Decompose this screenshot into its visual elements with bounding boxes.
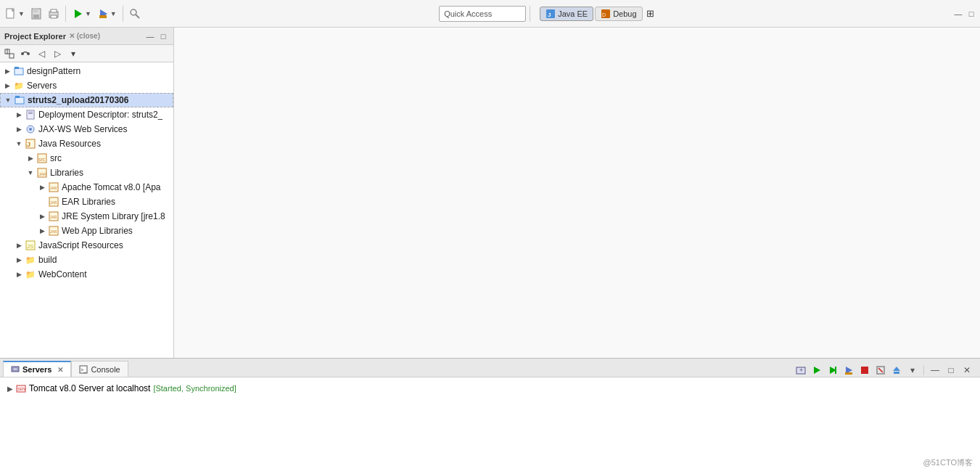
tab-console[interactable]: >_ Console xyxy=(71,361,128,377)
expander-jresystem: ▶ xyxy=(38,212,46,221)
servers-menu-btn[interactable]: ▾ xyxy=(905,364,920,377)
servers-icon xyxy=(11,365,20,374)
servers-debug-btn[interactable] xyxy=(841,364,856,377)
tree-item-designPattern[interactable]: ▶ designPattern xyxy=(0,64,173,78)
expander-src: ▶ xyxy=(26,154,35,163)
expander-servers: ▶ xyxy=(3,81,12,90)
svg-text:SRV: SRV xyxy=(17,387,26,391)
servers-run-btn[interactable] xyxy=(825,364,840,377)
toolbar-print-btn[interactable] xyxy=(46,7,62,21)
quick-access-input[interactable]: Quick Access xyxy=(439,6,526,22)
tree-item-jresystem[interactable]: ▶ JAR JRE System Library [jre1.8 xyxy=(0,209,173,224)
label-deployment: Deployment Descriptor: struts2_ xyxy=(38,110,162,120)
svg-rect-17 xyxy=(9,54,14,58)
panel-maximize-btn[interactable]: □ xyxy=(157,30,169,42)
tree-item-tomcat[interactable]: ▶ JAR Apache Tomcat v8.0 [Apa xyxy=(0,180,173,195)
svg-rect-21 xyxy=(15,68,23,75)
tab-servers[interactable]: Servers ✕ xyxy=(3,361,71,377)
icon-libraries: JAR xyxy=(36,167,48,179)
servers-start-btn[interactable] xyxy=(810,364,824,377)
bottom-maximize-btn[interactable]: □ xyxy=(944,364,958,377)
toolbar-debug-btn[interactable]: ▼ xyxy=(95,7,119,21)
icon-tomcat-lib: JAR xyxy=(48,181,59,193)
tree-item-jsresources[interactable]: ▶ JS JavaScript Resources xyxy=(0,238,173,253)
main-layout: Project Explorer ✕ (close) — □ ◁ ▷ ▾ xyxy=(0,28,980,474)
tree-item-src[interactable]: ▶ src src xyxy=(0,151,173,166)
svg-line-59 xyxy=(878,368,883,372)
panel-minimize-btn[interactable]: — xyxy=(144,30,156,42)
perspective-debug[interactable]: D Debug xyxy=(595,7,642,21)
svg-point-20 xyxy=(27,52,30,55)
svg-text:+: + xyxy=(799,367,803,374)
bottom-sep-1 xyxy=(923,365,924,375)
svg-point-10 xyxy=(131,9,136,15)
expander-build: ▶ xyxy=(15,256,23,264)
svg-text:JAR: JAR xyxy=(50,215,57,219)
server-expander: ▶ xyxy=(7,385,13,393)
toolbar-run-btn[interactable]: ▼ xyxy=(70,7,94,21)
icon-jre-lib: JAR xyxy=(48,211,59,222)
bottom-minimize-btn[interactable]: — xyxy=(928,364,942,377)
tree-item-jaxws[interactable]: ▶ JAX-WS Web Services xyxy=(0,122,173,136)
toolbar-sep-2 xyxy=(123,6,123,22)
tree-item-deployment[interactable]: ▶ Deployment Descriptor: struts2_ xyxy=(0,107,173,122)
content-area: Project Explorer ✕ (close) — □ ◁ ▷ ▾ xyxy=(0,28,980,358)
svg-text:J: J xyxy=(548,12,551,18)
expander-struts2: ▼ xyxy=(4,96,12,105)
icon-folder-build: 📁 xyxy=(25,254,36,266)
label-tomcat: Apache Tomcat v8.0 [Apa xyxy=(62,182,161,192)
window-minimize-btn[interactable]: — xyxy=(952,8,964,20)
icon-folder-webcontent: 📁 xyxy=(25,269,36,280)
view-menu-btn[interactable]: ▾ xyxy=(66,46,81,61)
svg-text:J: J xyxy=(27,141,30,148)
toolbar-new-btn[interactable]: ▼ xyxy=(3,7,27,21)
tree-item-servers[interactable]: ▶ 📁 Servers xyxy=(0,78,173,93)
label-struts2: struts2_upload20170306 xyxy=(28,95,128,105)
tree-item-struts2[interactable]: ▼ struts2_upload20170306 xyxy=(0,93,173,107)
icon-folder-servers: 📁 xyxy=(13,80,25,91)
window-maximize-btn[interactable]: □ xyxy=(965,8,977,20)
servers-publish-btn[interactable] xyxy=(889,364,904,377)
label-webapp: Web App Libraries xyxy=(62,226,133,236)
icon-jaxws xyxy=(25,123,36,135)
console-icon: >_ xyxy=(79,365,88,374)
label-jresystem: JRE System Library [jre1.8 xyxy=(62,211,165,221)
servers-new-btn[interactable]: + xyxy=(794,364,808,377)
label-jsresources: JavaScript Resources xyxy=(38,240,123,250)
link-editor-btn[interactable] xyxy=(18,46,33,61)
tree-item-javaresources[interactable]: ▼ J Java Resources xyxy=(0,136,173,151)
svg-rect-26 xyxy=(28,112,33,113)
bottom-close-btn[interactable]: ✕ xyxy=(960,364,974,377)
open-perspective-btn[interactable]: ⊞ xyxy=(644,8,656,19)
svg-rect-6 xyxy=(51,15,57,18)
expander-deployment: ▶ xyxy=(15,110,23,119)
tree-item-build[interactable]: ▶ 📁 build xyxy=(0,253,173,267)
tree-item-webapp[interactable]: ▶ JAR Web App Libraries xyxy=(0,224,173,238)
tree-item-webcontent[interactable]: ▶ 📁 WebContent xyxy=(0,267,173,282)
icon-java-resources: J xyxy=(25,138,36,150)
svg-point-19 xyxy=(21,52,24,55)
server-row-tomcat[interactable]: ▶ SRV Tomcat v8.0 Server at localhost [S… xyxy=(4,380,976,396)
toolbar-search-btn[interactable] xyxy=(127,7,143,21)
label-libraries: Libraries xyxy=(50,168,83,178)
tree-item-earlibs[interactable]: JAR EAR Libraries xyxy=(0,195,173,209)
icon-deployment xyxy=(25,109,36,120)
toolbar-save-btn[interactable] xyxy=(28,7,44,21)
svg-text:JAR: JAR xyxy=(50,186,57,190)
panel-controls: — □ xyxy=(144,30,169,42)
forward-btn[interactable]: ▷ xyxy=(50,46,65,61)
project-explorer-header: Project Explorer ✕ (close) — □ xyxy=(0,28,173,45)
tab-servers-close[interactable]: ✕ xyxy=(57,366,63,374)
perspective-java-ee[interactable]: J Java EE xyxy=(540,7,593,21)
svg-rect-57 xyxy=(861,367,868,374)
svg-line-11 xyxy=(136,15,139,18)
back-btn[interactable]: ◁ xyxy=(34,46,49,61)
servers-stop-btn[interactable] xyxy=(857,364,872,377)
tree-item-libraries[interactable]: ▼ JAR Libraries xyxy=(0,166,173,180)
collapse-all-btn[interactable] xyxy=(2,46,17,61)
svg-text:JAR: JAR xyxy=(38,172,47,176)
servers-disconnect-btn[interactable] xyxy=(873,364,888,377)
svg-text:D: D xyxy=(602,12,606,17)
project-explorer-toolbar: ◁ ▷ ▾ xyxy=(0,45,173,62)
servers-content: ▶ SRV Tomcat v8.0 Server at localhost [S… xyxy=(0,377,980,474)
